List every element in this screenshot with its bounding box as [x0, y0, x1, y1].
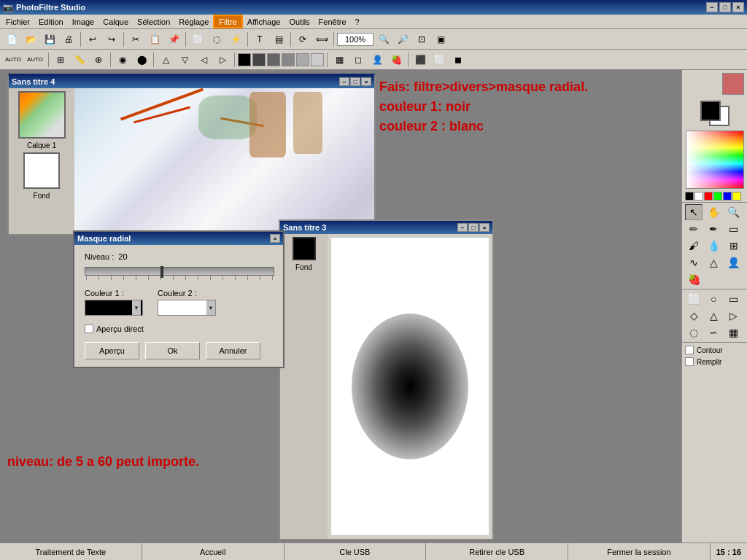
- brush-size-button[interactable]: ◉: [114, 52, 131, 68]
- triangle3-button[interactable]: ◁: [195, 52, 212, 68]
- save-button[interactable]: 💾: [41, 31, 58, 47]
- menu-reglage[interactable]: Réglage: [174, 15, 213, 28]
- hand-tool-button[interactable]: ✋: [705, 204, 722, 220]
- eraser-tool-button[interactable]: ▭: [725, 221, 743, 237]
- triangle-button[interactable]: △: [157, 52, 174, 68]
- rect-select-button[interactable]: ⬜: [189, 31, 206, 47]
- color3-button[interactable]: [267, 53, 280, 66]
- menu-filtre[interactable]: Filtre: [213, 15, 242, 28]
- color-gradient-palette[interactable]: [686, 131, 744, 189]
- niveau-slider-thumb[interactable]: [160, 266, 163, 278]
- window-3-maximize[interactable]: □: [468, 223, 479, 232]
- window-3-close[interactable]: ×: [479, 223, 489, 232]
- fruit-tool-button[interactable]: 🍓: [685, 271, 703, 287]
- menu-fenetre[interactable]: Fenêtre: [314, 15, 351, 28]
- menu-fichier[interactable]: Fichier: [1, 15, 34, 28]
- menu-selection[interactable]: Sélection: [133, 15, 174, 28]
- cut-button[interactable]: ✂: [127, 31, 144, 47]
- layer-fond-thumbnail[interactable]: [23, 152, 60, 189]
- extra1-button[interactable]: ⬛: [411, 52, 429, 68]
- swatch-blue[interactable]: [723, 192, 732, 201]
- copy-button[interactable]: 📋: [146, 31, 163, 47]
- status-accueil[interactable]: Accueil: [142, 543, 285, 560]
- ruler-button[interactable]: 📏: [71, 52, 88, 68]
- person-button[interactable]: 👤: [368, 52, 386, 68]
- minimize-button[interactable]: −: [706, 2, 718, 12]
- apercu-button[interactable]: Aperçu: [85, 342, 139, 359]
- zoom-fit-button[interactable]: ⊡: [413, 31, 430, 47]
- guide-button[interactable]: ⊕: [90, 52, 107, 68]
- open-button[interactable]: 📂: [22, 31, 39, 47]
- grid2-button[interactable]: ▦: [330, 52, 348, 68]
- swatch-green[interactable]: [713, 192, 722, 201]
- annuler-button[interactable]: Annuler: [206, 342, 260, 359]
- sharpen-tool-button[interactable]: △: [705, 254, 722, 271]
- layer-1-thumbnail[interactable]: [18, 91, 66, 139]
- color2-button[interactable]: [252, 53, 266, 66]
- zoom-actual-button[interactable]: ▣: [432, 31, 449, 47]
- grid-shape-button[interactable]: ▦: [725, 324, 743, 341]
- image-preview[interactable]: [74, 88, 374, 234]
- status-texte[interactable]: Traitement de Texte: [0, 543, 142, 560]
- color4-button[interactable]: [282, 53, 295, 66]
- status-usb[interactable]: Cle USB: [285, 543, 427, 560]
- fill-tool-button[interactable]: ▤: [270, 31, 287, 47]
- zoom-out-button[interactable]: 🔎: [394, 31, 411, 47]
- apercu-direct-checkbox[interactable]: [85, 324, 93, 333]
- diamond-shape-button[interactable]: ◇: [685, 308, 703, 324]
- airbrush-tool-button[interactable]: ✒: [705, 221, 722, 237]
- stamp-tool-button[interactable]: ⊞: [725, 238, 743, 254]
- pencil-tool-button[interactable]: ✏: [685, 221, 703, 237]
- menu-outils[interactable]: Outils: [285, 15, 314, 28]
- zoom-in-button[interactable]: 🔍: [375, 31, 392, 47]
- print-button[interactable]: 🖨: [60, 31, 77, 47]
- extra2-button[interactable]: ⬜: [430, 52, 448, 68]
- rect-shape-button[interactable]: ⬜: [685, 291, 703, 307]
- menu-calque[interactable]: Calque: [98, 15, 133, 28]
- triangle4-button[interactable]: ▷: [214, 52, 231, 68]
- paint-tool-button[interactable]: 🖌: [685, 238, 703, 254]
- status-fermer-session[interactable]: Fermer la session: [568, 543, 711, 560]
- color1-button[interactable]: [238, 53, 251, 66]
- rotate-button[interactable]: ⟳: [294, 31, 311, 47]
- bezier-button[interactable]: ∽: [705, 324, 722, 341]
- remplir-checkbox[interactable]: [685, 357, 694, 366]
- redo-button[interactable]: ↪: [103, 31, 120, 47]
- arrow-shape-button[interactable]: ▷: [725, 308, 743, 324]
- fg-color-swatch[interactable]: [700, 101, 721, 121]
- lasso-shape-button[interactable]: ◌: [685, 324, 703, 341]
- color5-button[interactable]: [296, 53, 309, 66]
- window-3-minimize[interactable]: −: [457, 223, 468, 232]
- swatch-white[interactable]: [694, 192, 703, 201]
- couleur1-select[interactable]: ▼: [85, 300, 143, 316]
- window-4-minimize[interactable]: −: [339, 77, 349, 86]
- niveau-slider-track[interactable]: [85, 267, 274, 276]
- extra3-button[interactable]: ◼: [449, 52, 467, 68]
- contour-checkbox[interactable]: [685, 346, 694, 354]
- swatch-yellow[interactable]: [732, 192, 741, 201]
- brush-type-button[interactable]: ⬤: [133, 52, 150, 68]
- triangle-shape-button[interactable]: △: [705, 308, 722, 324]
- person-tool-button[interactable]: 👤: [725, 254, 743, 271]
- couleur2-select[interactable]: ▼: [158, 300, 216, 316]
- ok-button[interactable]: Ok: [145, 342, 200, 359]
- window-4-titlebar[interactable]: Sans titre 4 − □ ×: [9, 75, 374, 88]
- menu-affichage[interactable]: Affichage: [243, 15, 285, 28]
- menu-aide[interactable]: ?: [351, 15, 364, 28]
- dialog-masque-titlebar[interactable]: Masque radial ×: [74, 232, 283, 245]
- auto-button[interactable]: AUTO: [3, 52, 23, 68]
- paste-button[interactable]: 📌: [165, 31, 182, 47]
- dialog-masque-close[interactable]: ×: [270, 234, 280, 243]
- close-button[interactable]: ×: [732, 2, 744, 12]
- wand-button[interactable]: ⚡: [227, 31, 244, 47]
- fruit-button[interactable]: 🍓: [387, 52, 405, 68]
- round-rect-button[interactable]: ▭: [725, 291, 743, 307]
- swatch-red[interactable]: [704, 192, 713, 201]
- undo-button[interactable]: ↩: [84, 31, 101, 47]
- pointer-tool-button[interactable]: ↖: [685, 204, 703, 220]
- triangle2-button[interactable]: ▽: [176, 52, 193, 68]
- menu-image[interactable]: Image: [68, 15, 99, 28]
- swatch-black[interactable]: [685, 192, 694, 201]
- new-button[interactable]: 📄: [3, 31, 20, 47]
- text-tool-button[interactable]: T: [251, 31, 268, 47]
